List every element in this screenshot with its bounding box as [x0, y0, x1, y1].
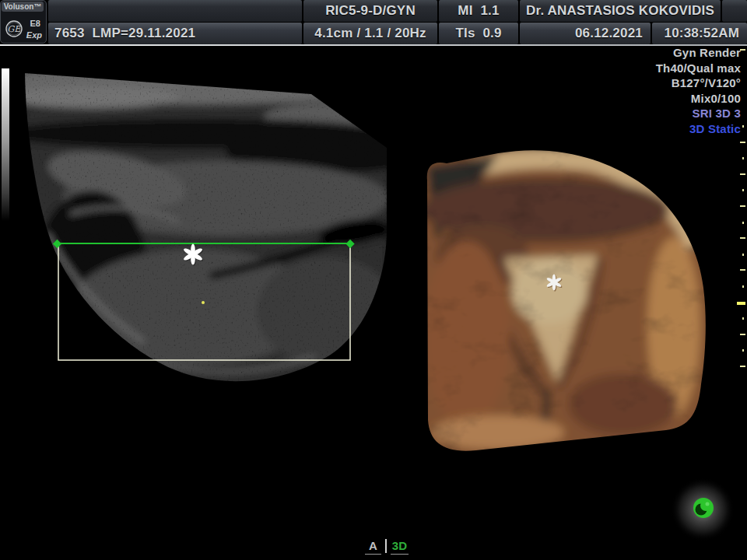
b-mode-image[interactable]: [0, 64, 428, 390]
mode-3d-label[interactable]: 3D: [391, 539, 409, 555]
image-canvas: [0, 0, 747, 560]
measure-cursor-dot[interactable]: [202, 301, 205, 304]
view-mode-footer: A 3D: [340, 539, 433, 555]
volume-render-image[interactable]: [420, 148, 716, 459]
trackball-indicator-icon: [671, 478, 735, 541]
ultrasound-screen: Voluson™ GE E8 Exp RIC5-9-D/GYN MI 1.1 D…: [0, 0, 747, 560]
plane-a-label[interactable]: A: [365, 539, 381, 555]
footer-separator: [385, 539, 387, 553]
